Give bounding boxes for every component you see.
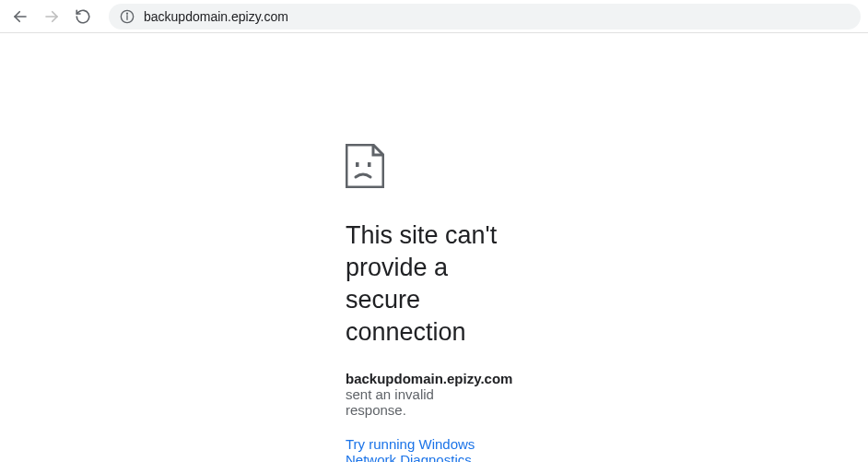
arrow-right-icon [43,8,60,25]
browser-toolbar: backupdomain.epizy.com [0,0,868,33]
svg-rect-6 [368,162,371,167]
back-button[interactable] [7,4,33,30]
error-message: backupdomain.epizy.com sent an invalid r… [346,371,498,418]
forward-button[interactable] [39,4,65,30]
error-title: This site can't provide a secure connect… [346,219,498,349]
error-page-content: This site can't provide a secure connect… [0,33,498,462]
reload-icon [75,8,91,25]
reload-nav-button[interactable] [70,4,96,30]
sad-page-icon [346,144,498,192]
site-info-icon[interactable] [120,9,135,24]
error-message-suffix: sent an invalid response. [346,386,434,418]
svg-rect-5 [356,162,359,167]
arrow-left-icon [12,8,29,25]
svg-point-4 [127,13,128,14]
diagnostic-link[interactable]: Try running Windows Network Diagnostics. [346,436,498,462]
error-domain: backupdomain.epizy.com [346,371,512,386]
address-bar[interactable]: backupdomain.epizy.com [109,4,861,30]
url-text: backupdomain.epizy.com [144,9,288,24]
